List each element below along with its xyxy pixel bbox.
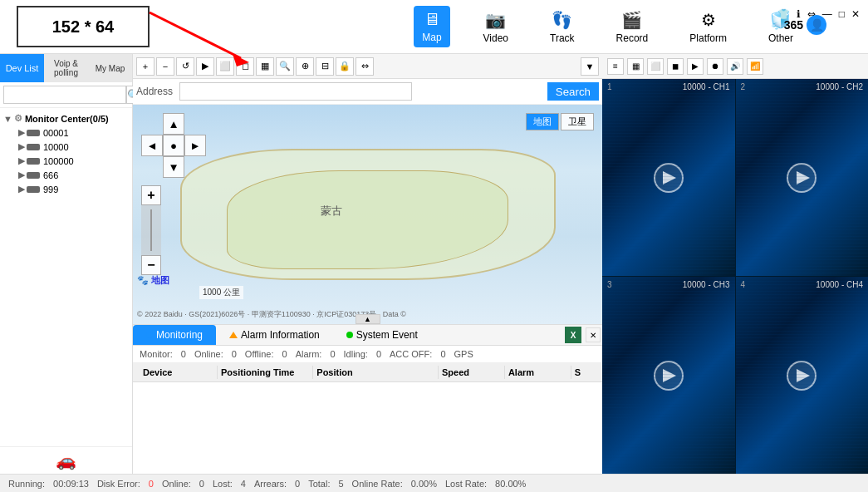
map-type-map[interactable]: 地图 bbox=[526, 113, 559, 130]
map-scale: 1000 公里 bbox=[199, 286, 243, 299]
col-positioning-time: Positioning Time bbox=[218, 366, 313, 379]
video-tool-filter[interactable]: ≡ bbox=[607, 58, 624, 75]
list-item[interactable]: ▶ 00001 bbox=[18, 125, 129, 140]
map-tool-lock[interactable]: 🔒 bbox=[336, 57, 354, 76]
video-tool-signal[interactable]: 📶 bbox=[747, 58, 763, 75]
offline-label: Offline: bbox=[245, 349, 274, 359]
video-tool-play[interactable]: ▶ bbox=[687, 58, 704, 75]
map-tool-collapse[interactable]: ▼ bbox=[581, 57, 599, 76]
video-tool-record[interactable]: ⏺ bbox=[707, 58, 723, 75]
map-tool-rotate[interactable]: ↺ bbox=[176, 57, 194, 76]
tab-my-map[interactable]: My Map bbox=[88, 54, 132, 82]
map-tool-zoom-in[interactable]: ⊕ bbox=[296, 57, 314, 76]
list-item[interactable]: ▶ 999 bbox=[18, 182, 129, 196]
bottom-panel-close-btn[interactable]: ✕ bbox=[586, 327, 601, 342]
map-tool-square[interactable]: ⬜ bbox=[216, 57, 234, 76]
nav-map-label: Map bbox=[422, 32, 441, 43]
excel-export-btn[interactable]: X bbox=[565, 327, 581, 343]
pan-center-btn[interactable]: ● bbox=[163, 135, 184, 156]
tab-monitoring[interactable]: Monitoring bbox=[133, 325, 216, 345]
video-cell-header-4: 4 10000 - CH4 bbox=[741, 280, 864, 289]
map-tool-grid[interactable]: ▦ bbox=[256, 57, 274, 76]
acc-off-label: ACC OFF: bbox=[390, 349, 432, 359]
device-icon-1 bbox=[27, 130, 40, 136]
map-view[interactable]: 蒙古 ▲ ◄ ● ► ▼ bbox=[133, 105, 602, 324]
map-tool-zoom-out[interactable]: ⊟ bbox=[316, 57, 334, 76]
list-item[interactable]: ▶ 666 bbox=[18, 168, 129, 182]
map-tool-add[interactable]: + bbox=[136, 57, 154, 76]
online-rate-value: 0.00% bbox=[411, 479, 437, 489]
video-tool-square[interactable]: ⬜ bbox=[647, 58, 664, 75]
monitor-center-icon: ⚙ bbox=[14, 113, 22, 124]
nav-item-video[interactable]: 📷 Video bbox=[475, 6, 517, 48]
zoom-in-btn[interactable]: + bbox=[141, 185, 161, 205]
map-search-button[interactable]: Search bbox=[547, 82, 599, 101]
video-cell-header-2: 2 10000 - CH2 bbox=[741, 82, 864, 91]
nav-item-platform[interactable]: ⚙ Platform bbox=[681, 6, 735, 48]
user-avatar: 👤 bbox=[807, 15, 826, 35]
video-cell-3[interactable]: 3 10000 - CH3 bbox=[602, 277, 735, 474]
play-button-4[interactable] bbox=[787, 361, 817, 391]
video-cell-1[interactable]: 1 10000 - CH1 bbox=[602, 79, 735, 276]
list-item[interactable]: ▶ 100000 bbox=[18, 154, 129, 168]
video-cell-header-3: 3 10000 - CH3 bbox=[607, 280, 730, 289]
play-button-1[interactable] bbox=[654, 163, 684, 193]
nav-item-track[interactable]: 👣 Track bbox=[542, 6, 583, 48]
disk-error-value: 0 bbox=[149, 479, 154, 489]
online-label2: Online: bbox=[162, 479, 191, 489]
pan-lr: ◄ ● ► bbox=[141, 135, 206, 156]
map-tool-search[interactable]: 🔍 bbox=[276, 57, 294, 76]
map-tool-sub[interactable]: − bbox=[156, 57, 174, 76]
map-icon: 🖥 bbox=[424, 10, 440, 29]
map-container: + − ↺ ▶ ⬜ ◻ ▦ 🔍 ⊕ ⊟ 🔒 ⇔ ▼ Address S bbox=[133, 54, 602, 474]
zoom-slider[interactable] bbox=[141, 205, 161, 255]
map-tool-expand[interactable]: ⇔ bbox=[356, 57, 374, 76]
video-title-4: 10000 - CH4 bbox=[816, 280, 863, 289]
device-icon-3 bbox=[27, 158, 40, 165]
sidebar: Dev List Voip & polling My Map 🔍 ▼ ⚙ Mon… bbox=[0, 54, 133, 474]
map-address-input[interactable] bbox=[179, 82, 412, 101]
device-label-3: 100000 bbox=[43, 156, 74, 166]
pan-left-btn[interactable]: ◄ bbox=[141, 135, 163, 156]
zoom-controls: + − bbox=[141, 185, 206, 275]
tree-root[interactable]: ▼ ⚙ Monitor Center(0/5) bbox=[3, 111, 129, 125]
sidebar-search-input[interactable] bbox=[3, 86, 126, 104]
video-tool-grid[interactable]: ▦ bbox=[627, 58, 644, 75]
lost-rate-value: 80.00% bbox=[495, 479, 526, 489]
record-icon: 🎬 bbox=[621, 10, 642, 30]
video-cell-2[interactable]: 2 10000 - CH2 bbox=[736, 79, 869, 276]
video-tool-sound[interactable]: 🔊 bbox=[727, 58, 743, 75]
expand-icon-1: ▶ bbox=[18, 127, 25, 138]
map-tool-rect[interactable]: ◻ bbox=[236, 57, 254, 76]
user-badge: 365 bbox=[784, 18, 803, 32]
close-btn[interactable]: ✕ bbox=[851, 8, 860, 20]
logo: 152 * 64 bbox=[17, 6, 150, 47]
nav-item-record[interactable]: 🎬 Record bbox=[608, 6, 657, 48]
map-type-satellite[interactable]: 卫星 bbox=[561, 113, 594, 130]
tab-alarm-info[interactable]: Alarm Information bbox=[216, 325, 333, 345]
online-value: 0 bbox=[232, 349, 237, 359]
table-header: Device Positioning Time Position Speed A… bbox=[133, 363, 602, 382]
tab-voip[interactable]: Voip & polling bbox=[44, 54, 88, 82]
play-button-3[interactable] bbox=[654, 361, 684, 391]
tab-system-event[interactable]: System Event bbox=[333, 325, 431, 345]
video-tool-stop[interactable]: ◼ bbox=[667, 58, 684, 75]
sidebar-search-row: 🔍 bbox=[0, 82, 132, 108]
list-item[interactable]: ▶ 10000 bbox=[18, 140, 129, 154]
sidebar-tabs: Dev List Voip & polling My Map bbox=[0, 54, 132, 82]
map-tool-play[interactable]: ▶ bbox=[196, 57, 214, 76]
address-label: Address bbox=[136, 86, 173, 97]
play-button-2[interactable] bbox=[787, 163, 817, 193]
device-label-5: 999 bbox=[43, 184, 58, 194]
video-num-2: 2 bbox=[741, 82, 746, 91]
pan-right-btn[interactable]: ► bbox=[184, 135, 206, 156]
pan-down-btn[interactable]: ▼ bbox=[163, 156, 184, 178]
maximize-btn[interactable]: □ bbox=[839, 8, 845, 20]
video-cell-4[interactable]: 4 10000 - CH4 bbox=[736, 277, 869, 474]
panel-collapse-btn[interactable]: ▲ bbox=[356, 314, 380, 324]
zoom-out-btn[interactable]: − bbox=[141, 255, 161, 275]
tab-dev-list[interactable]: Dev List bbox=[0, 54, 44, 82]
online-rate-label: Online Rate: bbox=[352, 479, 403, 489]
nav-item-map[interactable]: 🖥 Map bbox=[414, 6, 449, 47]
pan-up-btn[interactable]: ▲ bbox=[163, 113, 184, 135]
